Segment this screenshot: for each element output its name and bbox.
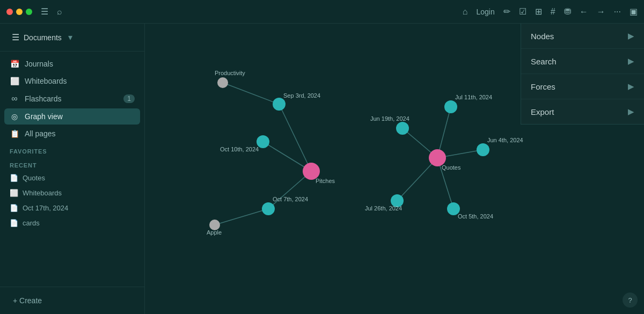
search-icon[interactable]: ⌕ (57, 7, 62, 17)
svg-line-0 (223, 83, 279, 104)
forces-label: Forces (531, 82, 555, 91)
nodes-label: Nodes (531, 32, 554, 41)
titlebar-left-icons: ☰ ⌕ (41, 6, 62, 17)
back-icon[interactable]: ← (580, 7, 588, 17)
sidebar-recent-cards[interactable]: 📄 cards (4, 216, 140, 230)
search-arrow-icon: ▶ (628, 56, 634, 66)
svg-text:Jun 19th, 2024: Jun 19th, 2024 (370, 115, 409, 122)
sidebar-recent-quotes[interactable]: 📄 Quotes (4, 171, 140, 185)
favorites-label: FAVORITES (4, 143, 140, 157)
recent-oct17-icon: 📄 (10, 204, 18, 212)
check-icon[interactable]: ☑ (519, 6, 526, 17)
puzzle-icon[interactable]: ⛃ (564, 6, 571, 17)
journals-icon: 📅 (10, 60, 19, 68)
recent-label: RECENT (4, 157, 140, 171)
recent-quotes-icon: 📄 (10, 174, 18, 182)
login-button[interactable]: Login (476, 8, 494, 16)
create-label: + Create (13, 296, 42, 305)
traffic-lights (6, 9, 32, 15)
sidebar-item-whiteboards[interactable]: ⬜ Whiteboards (4, 73, 140, 89)
sidebar-item-all-pages[interactable]: 📋 All pages (4, 126, 140, 142)
create-button[interactable]: + Create (8, 293, 137, 309)
recent-item-label: cards (23, 219, 40, 227)
sidebar-nav: 📅 Journals ⬜ Whiteboards ∞ Flashcards 1 … (0, 52, 144, 287)
main-layout: ☰ Documents ▾ 📅 Journals ⬜ Whiteboards ∞… (0, 24, 644, 314)
svg-point-24 (444, 100, 457, 113)
context-menu-forces[interactable]: Forces ▶ (521, 74, 644, 99)
context-menu: Nodes ▶ Search ▶ Forces ▶ Export ▶ (521, 24, 644, 125)
sidebar-recent-oct17[interactable]: 📄 Oct 17th, 2024 (4, 201, 140, 215)
sidebar-item-label: Journals (25, 60, 53, 68)
svg-text:Oct 7th, 2024: Oct 7th, 2024 (273, 196, 308, 202)
svg-text:Oct 5th, 2024: Oct 5th, 2024 (458, 213, 493, 220)
context-menu-nodes[interactable]: Nodes ▶ (521, 24, 644, 49)
calendar-icon[interactable]: ⊞ (535, 6, 542, 17)
sidebar-item-label: Graph view (25, 112, 63, 121)
sidebar-item-journals[interactable]: 📅 Journals (4, 56, 140, 72)
sidebar-item-flashcards[interactable]: ∞ Flashcards 1 (4, 90, 140, 107)
more-icon[interactable]: ··· (614, 7, 621, 17)
svg-point-18 (262, 202, 275, 215)
svg-line-4 (215, 209, 268, 225)
forces-arrow-icon: ▶ (628, 82, 634, 91)
flashcards-badge: 1 (123, 94, 135, 103)
svg-point-28 (477, 143, 489, 156)
titlebar-right-icons: ⌂ Login ✏ ☑ ⊞ # ⛃ ← → ··· ▣ (463, 6, 638, 17)
svg-text:Pitches: Pitches (316, 178, 335, 184)
whiteboards-icon: ⬜ (10, 77, 19, 85)
sidebar-toggle-icon[interactable]: ▣ (630, 6, 638, 17)
graph-view-icon: ◎ (10, 112, 19, 121)
all-pages-icon: 📋 (10, 129, 19, 138)
home-icon[interactable]: ⌂ (463, 7, 468, 17)
documents-header[interactable]: ☰ Documents ▾ (8, 29, 137, 46)
edit-icon[interactable]: ✏ (503, 6, 510, 17)
svg-text:Apple: Apple (207, 229, 222, 236)
svg-line-8 (397, 158, 437, 201)
menu-icon[interactable]: ☰ (41, 6, 48, 17)
recent-item-label: Whiteboards (23, 189, 62, 197)
graph-area[interactable]: ProductivitySep 3rd, 2024Oct 10th, 2024P… (145, 24, 644, 314)
sidebar-item-label: All pages (25, 129, 56, 138)
svg-text:Jul 11th, 2024: Jul 11th, 2024 (455, 94, 492, 100)
minimize-button[interactable] (16, 9, 23, 15)
svg-point-20 (209, 220, 220, 230)
svg-point-22 (396, 122, 409, 135)
recent-item-label: Oct 17th, 2024 (23, 204, 68, 212)
hash-icon[interactable]: # (551, 7, 555, 17)
sidebar: ☰ Documents ▾ 📅 Journals ⬜ Whiteboards ∞… (0, 24, 145, 314)
svg-point-12 (273, 98, 286, 111)
help-button[interactable]: ? (623, 293, 638, 308)
flashcards-icon: ∞ (10, 94, 19, 104)
search-label: Search (531, 57, 557, 66)
recent-item-label: Quotes (23, 174, 45, 182)
svg-point-10 (217, 77, 228, 88)
svg-text:Sep 3rd, 2024: Sep 3rd, 2024 (283, 92, 320, 99)
recent-whiteboards-icon: ⬜ (10, 189, 18, 197)
sidebar-item-label: Whiteboards (25, 77, 67, 85)
export-arrow-icon: ▶ (628, 107, 634, 116)
sidebar-top: ☰ Documents ▾ (0, 24, 144, 52)
maximize-button[interactable] (26, 9, 32, 15)
export-label: Export (531, 107, 554, 116)
context-menu-export[interactable]: Export ▶ (521, 99, 644, 124)
documents-chevron-icon: ▾ (68, 32, 72, 42)
titlebar: ☰ ⌕ ⌂ Login ✏ ☑ ⊞ # ⛃ ← → ··· ▣ (0, 0, 644, 24)
help-label: ? (628, 296, 632, 304)
svg-text:Jul 26th, 2024: Jul 26th, 2024 (365, 205, 402, 211)
context-menu-search[interactable]: Search ▶ (521, 49, 644, 74)
documents-label: Documents (24, 33, 62, 42)
close-button[interactable] (6, 9, 13, 15)
svg-text:Oct 10th, 2024: Oct 10th, 2024 (220, 146, 259, 152)
svg-text:Jun 4th, 2024: Jun 4th, 2024 (487, 137, 523, 143)
sidebar-footer: + Create (0, 287, 144, 314)
svg-text:Quotes: Quotes (442, 164, 461, 171)
sidebar-item-graph-view[interactable]: ◎ Graph view (4, 108, 140, 125)
recent-cards-icon: 📄 (10, 219, 18, 227)
forward-icon[interactable]: → (597, 7, 605, 17)
sidebar-recent-whiteboards[interactable]: ⬜ Whiteboards (4, 186, 140, 200)
documents-icon: ☰ (12, 32, 19, 42)
sidebar-item-label: Flashcards (25, 94, 61, 103)
nodes-arrow-icon: ▶ (628, 31, 634, 41)
svg-text:Productivity: Productivity (215, 70, 245, 76)
